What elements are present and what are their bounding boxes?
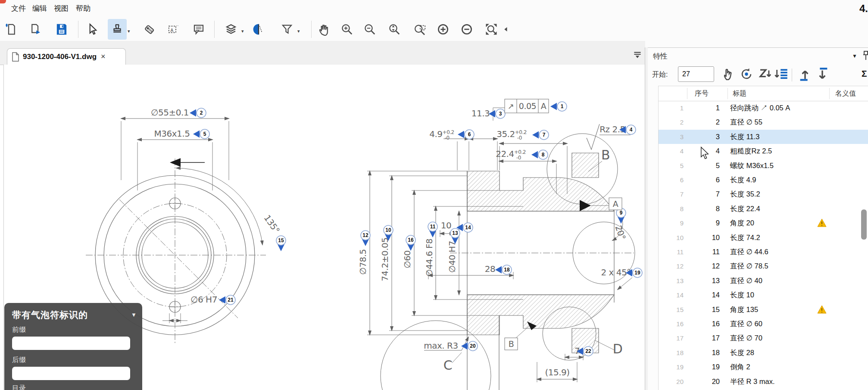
suffix-input[interactable] bbox=[12, 367, 130, 380]
overlay-collapse-caret-icon[interactable]: ▼ bbox=[131, 312, 137, 318]
balloon-5[interactable]: 5 bbox=[193, 129, 209, 139]
stamp-balloon-dropdown-caret[interactable]: ▾ bbox=[128, 28, 130, 34]
zoom-dynamic-icon[interactable] bbox=[385, 19, 404, 40]
balloon-6[interactable]: 6 bbox=[458, 130, 474, 139]
layers-icon[interactable] bbox=[222, 19, 240, 40]
balloon-20[interactable]: 20 bbox=[461, 341, 478, 351]
svg-text:7: 7 bbox=[543, 132, 546, 138]
table-row[interactable]: 1515角度 135 135 bbox=[659, 303, 868, 317]
row-index: 16 bbox=[659, 317, 684, 331]
table-row[interactable]: 33长度 11.311.3 bbox=[659, 130, 868, 144]
compare-shade-icon[interactable] bbox=[249, 19, 268, 40]
move-top-icon[interactable] bbox=[798, 67, 814, 83]
detail-label-D: D bbox=[613, 341, 623, 356]
menu-item-2[interactable]: 编辑 bbox=[32, 3, 47, 13]
balloon-settings-panel: 带有气泡符标识的 ▼ 前缀 后缀 目录 bbox=[4, 303, 142, 390]
menu-item-4[interactable]: 帮助 bbox=[76, 3, 91, 13]
dimension-text: 22.4+0.2-0 bbox=[496, 149, 526, 161]
table-row[interactable]: 1111直径 ∅ 44.644.6 bbox=[659, 245, 868, 259]
table-row[interactable]: 1010长度 74.274.2 bbox=[659, 231, 868, 245]
row-index: 12 bbox=[659, 259, 684, 273]
numbered-list-icon[interactable] bbox=[774, 67, 791, 83]
table-row[interactable]: 66长度 4.94.9 bbox=[659, 173, 868, 187]
row-number: 1 bbox=[684, 101, 720, 115]
row-number: 9 bbox=[684, 216, 720, 230]
table-row[interactable]: 88长度 22.422.4 bbox=[659, 202, 868, 216]
balloon-18[interactable]: 18 bbox=[495, 265, 512, 275]
dimension-text: 74.2±0.05 bbox=[380, 237, 390, 281]
balloon-1[interactable]: 1 bbox=[550, 102, 567, 111]
balloon-11[interactable]: 11 bbox=[428, 222, 437, 237]
table-row[interactable]: 11径向跳动 ↗ 0.05 A bbox=[659, 101, 868, 115]
tab-overflow-icon[interactable] bbox=[632, 49, 643, 60]
table-row[interactable]: 2020半径 R 3 max. bbox=[659, 374, 868, 389]
svg-text:22: 22 bbox=[585, 348, 591, 354]
panel-collapse-caret-icon[interactable]: ▼ bbox=[852, 53, 857, 59]
more-caret-icon[interactable] bbox=[496, 19, 515, 40]
row-nominal-value: 11.3 bbox=[788, 130, 868, 144]
move-bottom-icon[interactable] bbox=[815, 67, 831, 83]
document-tab[interactable]: 930-1200-406-V1.dwg × bbox=[7, 48, 126, 65]
sort-z-icon[interactable] bbox=[757, 67, 774, 83]
select-region-icon[interactable]: A·· bbox=[164, 19, 183, 40]
tab-close-icon[interactable]: × bbox=[101, 52, 106, 61]
balloon-9[interactable]: 9 bbox=[616, 208, 626, 224]
layers-dropdown-caret[interactable]: ▾ bbox=[241, 28, 244, 34]
balloon-7[interactable]: 7 bbox=[532, 130, 549, 140]
row-index: 9 bbox=[659, 216, 684, 230]
zoom-out-icon[interactable] bbox=[360, 19, 379, 40]
table-row[interactable]: 1818长度 2828 bbox=[659, 346, 868, 360]
prefix-input[interactable] bbox=[12, 337, 130, 350]
hand-select-icon[interactable] bbox=[721, 67, 737, 83]
balloon-21[interactable]: 21 bbox=[219, 295, 235, 305]
menu-item-1[interactable]: 文件 bbox=[11, 3, 26, 13]
sum-icon[interactable]: Σ bbox=[862, 69, 867, 79]
table-row[interactable]: 1414长度 1010 bbox=[659, 288, 868, 302]
reduce-icon[interactable] bbox=[457, 19, 476, 40]
start-number-input[interactable] bbox=[678, 66, 714, 82]
table-row[interactable]: 99角度 20 20 bbox=[659, 216, 868, 230]
comment-icon[interactable] bbox=[189, 19, 208, 40]
enlarge-icon[interactable] bbox=[434, 19, 453, 40]
tag-icon[interactable] bbox=[140, 19, 159, 40]
menu-item-3[interactable]: 视图 bbox=[54, 3, 69, 13]
svg-text:1: 1 bbox=[561, 103, 564, 109]
balloon-3[interactable]: 3 bbox=[489, 109, 505, 119]
pin-icon[interactable] bbox=[862, 50, 868, 62]
row-number: 15 bbox=[684, 303, 720, 317]
table-row[interactable]: 1717直径 ∅ 7070 bbox=[659, 331, 868, 345]
row-number: 14 bbox=[684, 288, 720, 302]
balloon-8[interactable]: 8 bbox=[531, 150, 548, 159]
row-title: 倒角 2 bbox=[730, 360, 750, 374]
stamp-balloon-icon[interactable] bbox=[108, 19, 127, 40]
pan-hand-icon[interactable] bbox=[315, 19, 334, 40]
row-title: 直径 ∅ 40 bbox=[730, 274, 762, 288]
table-row[interactable]: 1313直径 ∅ 4040 bbox=[659, 274, 868, 288]
open-document-icon[interactable] bbox=[26, 19, 45, 40]
balloon-2[interactable]: 2 bbox=[190, 108, 206, 118]
table-row[interactable]: 55螺纹 M36x1.5 bbox=[659, 159, 868, 173]
zoom-window-icon[interactable] bbox=[411, 19, 430, 40]
table-row[interactable]: 44粗糙度Rz 2.5 bbox=[659, 144, 868, 158]
row-title: 长度 74.2 bbox=[730, 231, 760, 245]
svg-text:11: 11 bbox=[430, 224, 436, 230]
table-row[interactable]: 1212直径 ∅ 78.578.5 bbox=[659, 259, 868, 273]
new-document-icon[interactable] bbox=[1, 19, 20, 40]
select-cursor-icon[interactable] bbox=[83, 19, 102, 40]
rotate-refresh-icon[interactable] bbox=[739, 67, 756, 83]
feature-control-frame: ↗0.05A bbox=[505, 99, 549, 113]
balloon-15[interactable]: 15 bbox=[276, 236, 286, 251]
table-row[interactable]: 1919倒角 22 bbox=[659, 360, 868, 374]
balloon-12[interactable]: 12 bbox=[361, 231, 370, 246]
table-row[interactable]: 22直径 ∅ 5555 bbox=[659, 115, 868, 129]
table-row[interactable]: 1616直径 ∅ 6060 bbox=[659, 317, 868, 331]
table-scrollbar[interactable] bbox=[861, 209, 867, 240]
filter-dropdown-caret[interactable]: ▾ bbox=[297, 28, 300, 34]
save-document-icon[interactable] bbox=[52, 19, 71, 40]
filter-icon[interactable] bbox=[278, 19, 297, 40]
row-number: 10 bbox=[684, 231, 720, 245]
zoom-in-icon[interactable] bbox=[337, 19, 356, 40]
row-title: 直径 ∅ 70 bbox=[730, 331, 762, 345]
row-nominal-value: 74.2 bbox=[788, 231, 868, 245]
table-row[interactable]: 77长度 35.235.2 bbox=[659, 187, 868, 201]
